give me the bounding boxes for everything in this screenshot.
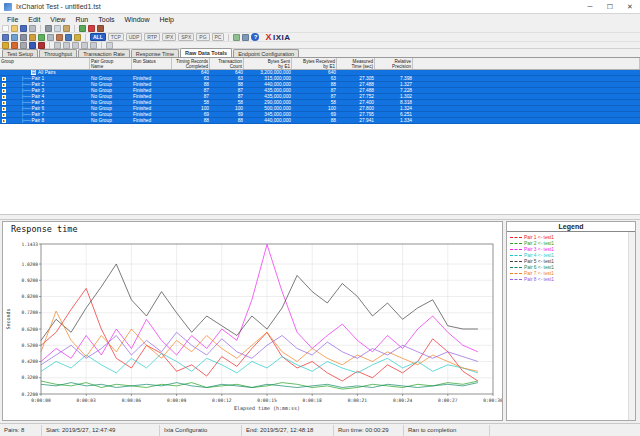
pause-icon[interactable] — [20, 42, 27, 49]
swap-icon[interactable] — [29, 34, 36, 41]
sync-icon[interactable] — [90, 42, 97, 49]
cell-run-status: Finished — [132, 118, 172, 124]
svg-text:0.8200: 0.8200 — [21, 294, 38, 299]
protocol-filter-ipx[interactable]: IPX — [162, 33, 176, 41]
column-header[interactable]: Bytes Sentby E1 — [244, 58, 292, 69]
menu-file[interactable]: File — [2, 16, 23, 23]
column-header[interactable]: Group — [0, 58, 90, 69]
legend-entry-label: Pair 5 <- test1 — [524, 259, 554, 264]
rerun-icon[interactable] — [11, 42, 18, 49]
svg-text:0.2200: 0.2200 — [21, 392, 38, 397]
protocol-filter-pc[interactable]: PC — [212, 33, 225, 41]
legend-body: Pair 1 <- test1Pair 2 <- test1Pair 3 <- … — [507, 232, 635, 284]
svg-text:0:00:15: 0:00:15 — [257, 398, 277, 403]
open-icon[interactable] — [11, 25, 18, 32]
tab-raw-data-totals[interactable]: Raw Data Totals — [180, 48, 232, 57]
tab-endpoint-configuration[interactable]: Endpoint Configuration — [233, 49, 299, 57]
window-title: IxChariot Test - untitled1.tst — [16, 3, 101, 10]
tab-transaction-rate[interactable]: Transaction Rate — [78, 49, 130, 57]
menu-run[interactable]: Run — [70, 16, 93, 23]
protocol-filter-tcp[interactable]: TCP — [108, 33, 124, 41]
cell-bytes-sent: 440,000,000 — [244, 118, 292, 124]
column-header[interactable]: TransactionCount — [210, 58, 244, 69]
svg-text:0:00:09: 0:00:09 — [167, 398, 187, 403]
menu-view[interactable]: View — [45, 16, 70, 23]
status-filler — [490, 425, 640, 436]
status-segment: End: 2019/5/27, 12:48:18 — [242, 425, 334, 436]
clock-icon[interactable] — [56, 34, 63, 41]
pair-icon — [2, 95, 6, 99]
protocol-filter-pg[interactable]: PG — [196, 33, 209, 41]
close-button[interactable]: ✕ — [620, 0, 640, 14]
menu-tools[interactable]: Tools — [93, 16, 119, 23]
tab-response-time[interactable]: Response Time — [131, 49, 179, 57]
console-icon[interactable] — [20, 34, 27, 41]
column-header[interactable]: Pair GroupName — [90, 58, 132, 69]
pair-icon — [2, 113, 6, 117]
protocol-filter-spx[interactable]: SPX — [178, 33, 194, 41]
grid-icon[interactable] — [47, 34, 54, 41]
column-icon[interactable] — [74, 34, 81, 41]
app-icon — [4, 3, 12, 11]
toolbar-separator — [49, 42, 50, 49]
cut-icon[interactable] — [45, 25, 52, 32]
abort-icon[interactable] — [38, 42, 45, 49]
column-header[interactable]: MeasuredTime (sec) — [337, 58, 375, 69]
status-segment: Ran to completion — [404, 425, 490, 436]
add-pair-icon[interactable] — [2, 34, 9, 41]
column-header[interactable]: Run Status — [132, 58, 172, 69]
menu-window[interactable]: Window — [120, 16, 155, 23]
add-icon[interactable] — [79, 25, 86, 32]
svg-text:0:00:00: 0:00:00 — [31, 398, 51, 403]
maximize-button[interactable]: ☐ — [600, 0, 620, 14]
report-icon[interactable] — [106, 42, 113, 49]
find-icon[interactable] — [97, 25, 104, 32]
schedule-icon[interactable] — [29, 42, 36, 49]
table-row[interactable]: ├──Pair 8No GroupFinished8888440,000,000… — [0, 118, 640, 124]
protocol-filter-rtp[interactable]: RTP — [144, 33, 160, 41]
new-file-icon[interactable] — [2, 25, 9, 32]
tab-test-setup[interactable]: Test Setup — [2, 49, 38, 57]
view1-icon[interactable] — [63, 42, 70, 49]
split-icon[interactable] — [81, 42, 88, 49]
protocol-filter-all[interactable]: ALL — [90, 33, 106, 41]
menu-help[interactable]: Help — [154, 16, 178, 23]
pair-icon — [2, 77, 6, 81]
copy-icon[interactable] — [54, 25, 61, 32]
legend-scrollbar[interactable] — [628, 232, 635, 420]
menu-edit[interactable]: Edit — [23, 16, 45, 23]
cell-measured-time: 27.941 — [337, 118, 375, 124]
poll-icon[interactable] — [54, 42, 61, 49]
pair-icon — [2, 119, 6, 123]
legend-entry[interactable]: Pair 8 <- test1 — [510, 276, 632, 282]
column-header[interactable]: Timing RecordsCompleted — [172, 58, 210, 69]
minimize-button[interactable]: ─ — [580, 0, 600, 14]
protocol-filter-udp[interactable]: UDP — [126, 33, 143, 41]
print-icon[interactable] — [29, 25, 36, 32]
column-header[interactable]: RelativePrecision — [375, 58, 413, 69]
edit-pair-icon[interactable] — [11, 34, 18, 41]
toolbar-row-2: ALLTCPUDPRTPIPXSPXPGPC?XIXIA — [0, 32, 640, 41]
all-pairs-icon[interactable]: ⊞ — [31, 70, 36, 75]
wizard-icon[interactable] — [38, 34, 45, 41]
stop-icon[interactable] — [88, 25, 95, 32]
legend-entry-label: Pair 2 <- test1 — [524, 241, 554, 246]
column-header[interactable]: Bytes Receivedby E1 — [292, 58, 337, 69]
refresh-icon[interactable] — [242, 34, 249, 41]
tab-throughput[interactable]: Throughput — [39, 49, 77, 57]
svg-text:0:00:03: 0:00:03 — [77, 398, 97, 403]
pair-icon — [2, 89, 6, 93]
filter-icon[interactable] — [233, 34, 240, 41]
legend-line-sample — [510, 261, 522, 262]
view2-icon[interactable] — [72, 42, 79, 49]
cell-bytes-received: 88 — [292, 118, 337, 124]
save-icon[interactable] — [20, 25, 27, 32]
help-icon[interactable]: ? — [251, 33, 259, 41]
status-segment: Run time: 00:00:29 — [334, 425, 404, 436]
cell-group: ├──Pair 8 — [0, 118, 90, 124]
chart-icon[interactable] — [65, 34, 72, 41]
run-icon[interactable] — [2, 42, 9, 49]
column-header-filler — [413, 58, 640, 69]
legend-entry-label: Pair 1 <- test1 — [524, 235, 554, 240]
paste-icon[interactable] — [63, 25, 70, 32]
